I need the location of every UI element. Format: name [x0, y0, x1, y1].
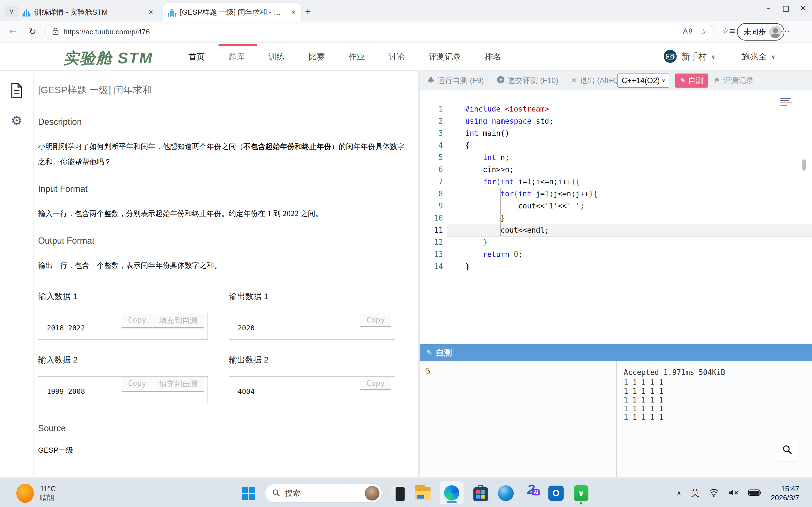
active-app-indicator: [447, 501, 457, 503]
code-line-7[interactable]: 7 for(int i=1;i<=n;i++){: [420, 176, 812, 188]
nav-item-7[interactable]: 评测记录: [428, 51, 461, 62]
code-line-8[interactable]: 8 for(int j=1;j<=n;j++){: [420, 188, 812, 200]
code-line-13[interactable]: 13 return 0;: [420, 248, 812, 261]
outlook-icon[interactable]: O: [548, 482, 564, 505]
site-nav: 首页题库训练比赛作业讨论评测记录排名: [188, 43, 501, 71]
app-store-icon[interactable]: ∨: [573, 482, 589, 505]
code-line-1[interactable]: 1#include <iostream>: [420, 103, 812, 115]
line-number: 5: [420, 152, 447, 164]
output-format-heading: Output Format: [38, 236, 418, 246]
code-line-3[interactable]: 3int main(): [420, 127, 812, 139]
editor-scrollbar-thumb[interactable]: [802, 159, 806, 171]
code-line-10[interactable]: 10 }: [420, 212, 812, 224]
search-highlight-avatar[interactable]: [365, 486, 379, 501]
code-line-9[interactable]: 9 cout<<'1'<<' ';: [420, 200, 812, 212]
tab-close-icon[interactable]: ✕: [148, 9, 153, 16]
username-label[interactable]: 施兆全: [741, 51, 767, 62]
close-button[interactable]: ✕: [795, 0, 812, 17]
chevron-down-icon[interactable]: ∨: [771, 54, 775, 60]
selftest-panel-header[interactable]: ✎ 自测: [420, 344, 812, 361]
exit-button[interactable]: ✕ 退出 (Alt+Q): [571, 75, 621, 86]
favorite-star-icon[interactable]: ☆: [700, 27, 707, 37]
gear-icon[interactable]: ⚙: [0, 113, 33, 128]
url-text[interactable]: https://ac.tuubu.com/p/476: [63, 27, 682, 36]
nav-item-4[interactable]: 比赛: [308, 51, 325, 62]
start-button[interactable]: [242, 487, 256, 502]
browser-tab-training[interactable]: 训练详情 - 实验舱STM ✕: [17, 3, 158, 21]
taskbar-clock[interactable]: 15:47 2026/3/7: [771, 484, 799, 502]
site-logo[interactable]: 实验舱 STM: [63, 48, 153, 69]
run-selftest-button[interactable]: 运行自测 (F9): [427, 75, 484, 86]
nav-item-8[interactable]: 排名: [485, 51, 501, 62]
battery-icon[interactable]: [748, 489, 761, 497]
code-line-5[interactable]: 5 int n;: [420, 152, 812, 164]
profile-avatar: [769, 25, 781, 38]
copy-button[interactable]: Copy: [360, 313, 391, 327]
minimize-button[interactable]: –: [760, 0, 777, 17]
fill-to-selftest-button[interactable]: 填充到自测: [153, 377, 204, 392]
user-group-label[interactable]: 新手村: [681, 51, 707, 62]
tab-search-chevron-icon[interactable]: ∨: [5, 6, 18, 17]
pencil-icon: ✎: [426, 349, 432, 357]
robot-avatar-icon[interactable]: [663, 50, 677, 64]
nav-item-3[interactable]: 训练: [268, 51, 285, 62]
description-text: 小明刚刚学习了如何判断平年和闰年，他想知道两个年份之间（不包含起始年份和终止年份…: [38, 139, 410, 169]
editor-pane: 运行自测 (F9) 递交评测 (F10) ✕ 退出 (Alt+Q) C++14(…: [420, 71, 812, 477]
hidden-icons-chevron[interactable]: ∧: [676, 489, 681, 497]
code-line-4[interactable]: 4{: [420, 139, 812, 152]
selftest-input[interactable]: 5: [420, 361, 616, 477]
copy-button[interactable]: Copy: [122, 313, 153, 328]
browser-sphere-icon[interactable]: [498, 482, 514, 505]
code-text: int n;: [447, 152, 812, 164]
submit-judge-button[interactable]: 递交评测 (F10): [497, 75, 558, 86]
language-select[interactable]: C++14(O2) ∨: [617, 73, 669, 88]
taskbar-search[interactable]: 搜索: [265, 484, 382, 503]
tab-close-icon[interactable]: ✕: [291, 9, 296, 16]
copy-button[interactable]: Copy: [360, 377, 391, 390]
fill-to-selftest-button[interactable]: 填充到自测: [153, 313, 204, 328]
profile-button[interactable]: 未同步: [737, 23, 784, 41]
volume-muted-icon[interactable]: [728, 489, 739, 498]
line-number: 2: [420, 115, 447, 127]
address-bar[interactable]: https://ac.tuubu.com/p/476 A ☆: [45, 24, 714, 40]
wifi-icon[interactable]: [709, 489, 719, 498]
zoom-button[interactable]: [776, 439, 799, 461]
code-line-2[interactable]: 2using namespace std;: [420, 115, 812, 127]
selftest-button[interactable]: ✎ 自测: [675, 73, 708, 88]
sample-output-box: 2020 Copy: [229, 313, 395, 340]
browser-tab-problem[interactable]: [GESP样题 一级] 闰年求和 - 题目详 ✕: [163, 3, 301, 21]
document-icon[interactable]: [0, 83, 33, 99]
microsoft-store-icon[interactable]: [473, 482, 489, 505]
clock-date: 2026/3/7: [771, 493, 799, 502]
ai-app-icon[interactable]: 2AI: [523, 482, 539, 497]
code-line-6[interactable]: 6 cin>>n;: [420, 164, 812, 176]
read-aloud-icon[interactable]: A: [682, 27, 692, 37]
chevron-down-icon[interactable]: ∨: [711, 54, 716, 60]
nav-item-1[interactable]: 首页: [188, 51, 205, 62]
ime-indicator[interactable]: 英: [691, 488, 699, 499]
copy-button[interactable]: Copy: [122, 377, 153, 392]
nav-item-6[interactable]: 讨论: [389, 51, 405, 62]
code-line-12[interactable]: 12 }: [420, 236, 812, 248]
taskbar-weather-widget[interactable]: 11°C 晴朗: [16, 484, 56, 503]
edge-browser-icon[interactable]: [440, 482, 463, 504]
selftest-output-line: 1 1 1 1 1: [624, 413, 812, 422]
output-format-text: 输出一行，包含一个整数，表示闰年年份具体数字之和。: [38, 258, 410, 273]
refresh-button-icon[interactable]: ↻: [29, 26, 36, 37]
judge-records-button[interactable]: ⚑ 评测记录: [714, 71, 754, 91]
code-line-14[interactable]: 14}: [420, 261, 812, 273]
file-explorer-icon[interactable]: [415, 482, 430, 505]
nav-item-2[interactable]: 题库: [229, 51, 245, 62]
phone-link-icon[interactable]: [390, 482, 405, 505]
back-button-icon[interactable]: ←: [9, 26, 17, 37]
nav-item-5[interactable]: 作业: [349, 51, 365, 62]
code-editor[interactable]: 1#include <iostream>2using namespace std…: [420, 91, 812, 344]
pane-divider[interactable]: [418, 71, 420, 477]
selftest-output-line: 1 1 1 1 1: [624, 404, 812, 413]
maximize-button[interactable]: □: [777, 0, 795, 17]
browser-menu-icon[interactable]: ⋯: [780, 25, 791, 37]
code-line-11[interactable]: 11 cout<<endl;: [420, 224, 812, 236]
favorites-bar-icon[interactable]: ☆≡: [722, 26, 735, 36]
new-tab-button[interactable]: +: [305, 6, 311, 16]
page-body: ⚙ [GESP样题 一级] 闰年求和 Description 小明刚刚学习了如何…: [0, 71, 812, 479]
